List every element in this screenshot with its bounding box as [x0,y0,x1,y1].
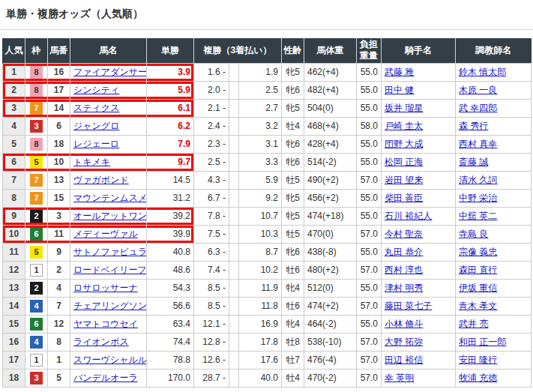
win-odds-cell: 39.9 [147,225,194,243]
jockey-link[interactable]: 津村 明秀 [385,283,423,293]
horse-weight-cell: 512(0) [304,279,357,297]
horse-name-link[interactable]: シンシティ [73,85,119,95]
trainer-link[interactable]: 武井 亮 [459,319,488,329]
horse-name-link[interactable]: スワーヴシャルル [73,355,147,365]
horse-name-link[interactable]: ヤマトコウセイ [73,319,138,329]
jockey-link[interactable]: 西村 淳也 [385,265,423,275]
trainer-link[interactable]: 中舘 英二 [459,211,497,221]
horse-name-link[interactable]: メディーヴァル [73,229,138,239]
bracket-cell: 1 [25,351,48,369]
bracket-badge: 4 [30,300,43,313]
trainer-link[interactable]: 青木 孝文 [459,301,497,311]
win-odds-cell: 74.4 [147,333,194,351]
trainer-link[interactable]: 中野 栄治 [459,193,497,203]
trainer-cell: 鈴木 慎太郎 [456,63,532,81]
trainer-link[interactable]: 武 幸四郎 [459,103,497,113]
title-divider [0,29,533,30]
trainer-link[interactable]: 伊坂 重信 [459,283,497,293]
horse-name-link[interactable]: スティクス [73,103,119,113]
jockey-link[interactable]: 柴田 善臣 [385,193,423,203]
trainer-link[interactable]: 鈴木 慎太郎 [459,67,506,77]
jockey-link[interactable]: 今村 聖奈 [385,229,423,239]
trainer-link[interactable]: 和田 正一郎 [459,337,506,347]
jockey-link[interactable]: 松岡 正海 [385,157,423,167]
jockey-link[interactable]: 石川 裕紀人 [385,211,432,221]
horse-name-link[interactable]: ロードベイリーフ [73,265,147,275]
horse-name-link[interactable]: バンデルオーラ [73,373,138,383]
bracket-badge: 2 [30,210,43,223]
horse-name-link[interactable]: オールアットワンス [73,211,147,221]
horse-name-link[interactable]: トキメキ [73,157,110,167]
jockey-link[interactable]: 岩田 望来 [385,175,423,185]
rank-cell: 16 [3,333,25,351]
jockey-link[interactable]: 藤田 菜七子 [385,301,432,311]
horse-number-cell: 8 [48,333,70,351]
place-odds-high-cell: 5.9 [239,171,282,189]
place-odds-separator-cell [229,81,239,99]
rank-cell: 4 [3,117,25,135]
horse-name-cell: チェアリングソング [70,297,147,315]
jockey-link[interactable]: 幸 英明 [385,373,414,383]
horse-weight-cell: 470(-2) [304,369,357,387]
jockey-link[interactable]: 坂井 瑠星 [385,103,423,113]
jockey-link[interactable]: 団野 大成 [385,139,423,149]
horse-name-link[interactable]: ヴァガボンド [73,175,129,185]
horse-name-cell: ヴァガボンド [70,171,147,189]
trainer-cell: 清水 久詞 [456,171,532,189]
place-odds-separator-cell [229,63,239,81]
odds-table: 人気 枠 馬番 馬名 単勝 複勝（3着払い） 性齢 馬体重 負担重量 騎手名 調… [2,38,532,388]
win-odds-cell: 56.6 [147,297,194,315]
jockey-link[interactable]: 大野 拓弥 [385,337,423,347]
horse-name-link[interactable]: ファイアダンサー [73,67,147,77]
jockey-link[interactable]: 田中 健 [385,85,414,95]
place-odds-high-cell: 10.2 [239,261,282,279]
table-row: 1835バンデルオーラ170.028.7 -40.0牡4470(-2)57.0幸… [3,369,532,387]
bracket-cell: 6 [25,225,48,243]
jockey-link[interactable]: 武藤 雅 [385,67,414,77]
sex-age-cell: 牝6 [282,153,304,171]
rank-cell: 2 [3,81,25,99]
jockey-cell: 丸田 恭介 [382,243,456,261]
trainer-link[interactable]: 牧浦 充徳 [459,373,497,383]
horse-name-link[interactable]: サトノファビュラス [73,247,147,257]
trainer-link[interactable]: 安田 隆行 [459,355,497,365]
horse-name-link[interactable]: ライオンボス [73,337,129,347]
jockey-link[interactable]: 小林 脩斗 [385,319,423,329]
trainer-link[interactable]: 斎藤 誠 [459,157,488,167]
horse-name-link[interactable]: レジェーロ [73,139,119,149]
place-odds-high-cell: 2.7 [239,99,282,117]
rank-cell: 13 [3,279,25,297]
horse-name-cell: オールアットワンス [70,207,147,225]
horse-weight-cell: 480(+2) [304,261,357,279]
place-odds-high-cell: 1.9 [239,63,282,81]
bracket-badge: 7 [30,192,43,205]
horse-name-link[interactable]: ジャングロ [73,121,119,131]
table-row: 3714スティクス6.12.1 -2.7牝5504(0)55.0坂井 瑠星武 幸… [3,99,532,117]
place-odds-high-cell: 10.3 [239,225,282,243]
win-odds-cell: 48.6 [147,261,194,279]
carried-weight-cell: 55.0 [357,81,382,99]
horse-name-link[interactable]: チェアリングソング [73,301,147,311]
sex-age-cell: 牝6 [282,243,304,261]
place-odds-high-cell: 10.7 [239,207,282,225]
trainer-link[interactable]: 宗像 義忠 [459,247,497,257]
place-odds-low-cell: 1.6 - [194,63,229,81]
trainer-link[interactable]: 西村 真幸 [459,139,497,149]
horse-name-link[interactable]: マウンテンムスメ [73,193,147,203]
trainer-link[interactable]: 森 秀行 [459,121,488,131]
bracket-cell: 7 [25,189,48,207]
horse-weight-cell: 474(+18) [304,207,357,225]
trainer-link[interactable]: 森田 直行 [459,265,497,275]
trainer-cell: 斎藤 誠 [456,153,532,171]
place-odds-low-cell: 28.7 - [194,369,229,387]
jockey-link[interactable]: 田辺 裕信 [385,355,423,365]
jockey-link[interactable]: 丸田 恭介 [385,247,423,257]
trainer-link[interactable]: 木原 一良 [459,85,497,95]
place-odds-separator-cell [229,279,239,297]
trainer-link[interactable]: 寺島 良 [459,229,488,239]
horse-weight-cell: 464(-2) [304,315,357,333]
jockey-cell: 団野 大成 [382,135,456,153]
horse-name-link[interactable]: ロサロッサーナ [73,283,138,293]
jockey-link[interactable]: 戸崎 圭太 [385,121,423,131]
trainer-link[interactable]: 清水 久詞 [459,175,497,185]
